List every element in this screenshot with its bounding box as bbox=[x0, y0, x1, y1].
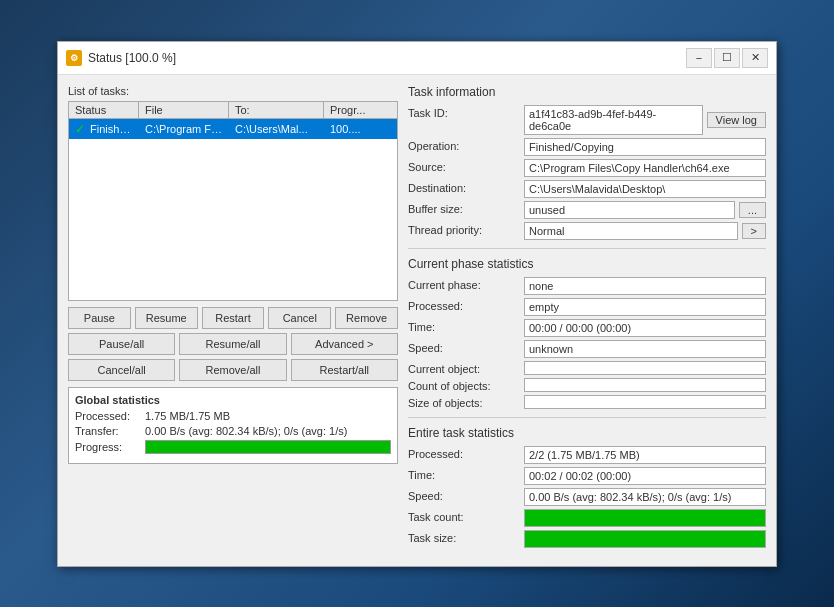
advanced-button[interactable]: Advanced > bbox=[291, 333, 398, 355]
remove-button[interactable]: Remove bbox=[335, 307, 398, 329]
buffer-btn[interactable]: ... bbox=[739, 202, 766, 218]
e-time-label: Time: bbox=[408, 467, 518, 485]
divider-2 bbox=[408, 417, 766, 418]
source-label: Source: bbox=[408, 159, 518, 177]
task-id-label: Task ID: bbox=[408, 105, 518, 135]
phase-speed-label: Speed: bbox=[408, 340, 518, 358]
task-info-section: Task information Task ID: a1f41c83-ad9b-… bbox=[408, 85, 766, 240]
e-task-size-bar bbox=[524, 530, 766, 548]
col-to: To: bbox=[229, 102, 324, 118]
resume-all-button[interactable]: Resume/all bbox=[179, 333, 286, 355]
e-task-count-label: Task count: bbox=[408, 509, 518, 527]
processed-label: Processed: bbox=[75, 410, 145, 422]
task-id-value: a1f41c83-ad9b-4fef-b449-de6ca0e bbox=[524, 105, 703, 135]
maximize-button[interactable]: ☐ bbox=[714, 48, 740, 68]
phase-stats-title: Current phase statistics bbox=[408, 257, 766, 271]
phase-stats-section: Current phase statistics Current phase: … bbox=[408, 257, 766, 409]
view-log-button[interactable]: View log bbox=[707, 112, 766, 128]
divider-1 bbox=[408, 248, 766, 249]
left-panel: List of tasks: Status File To: Progr... … bbox=[68, 85, 398, 556]
entire-stats-section: Entire task statistics Processed: 2/2 (1… bbox=[408, 426, 766, 548]
thread-value: Normal bbox=[524, 222, 738, 240]
titlebar: ⚙ Status [100.0 %] − ☐ ✕ bbox=[58, 42, 776, 75]
pause-all-button[interactable]: Pause/all bbox=[68, 333, 175, 355]
progress-row: Progress: bbox=[75, 440, 391, 454]
task-progress-val: 100.... bbox=[324, 120, 397, 138]
main-content: List of tasks: Status File To: Progr... … bbox=[58, 75, 776, 566]
e-speed-value: 0.00 B/s (avg: 802.34 kB/s); 0/s (avg: 1… bbox=[524, 488, 766, 506]
transfer-label: Transfer: bbox=[75, 425, 145, 437]
thread-container: Normal > bbox=[524, 222, 766, 240]
phase-speed-value: unknown bbox=[524, 340, 766, 358]
col-status: Status bbox=[69, 102, 139, 118]
buffer-label: Buffer size: bbox=[408, 201, 518, 219]
buffer-container: unused ... bbox=[524, 201, 766, 219]
current-object-value bbox=[524, 361, 766, 375]
minimize-button[interactable]: − bbox=[686, 48, 712, 68]
task-info-title: Task information bbox=[408, 85, 766, 99]
phase-time-label: Time: bbox=[408, 319, 518, 337]
resume-button[interactable]: Resume bbox=[135, 307, 198, 329]
btn-row-2: Pause/all Resume/all Advanced > bbox=[68, 333, 398, 355]
thread-btn[interactable]: > bbox=[742, 223, 766, 239]
transfer-value: 0.00 B/s (avg: 802.34 kB/s); 0/s (avg: 1… bbox=[145, 425, 391, 437]
main-window: ⚙ Status [100.0 %] − ☐ ✕ List of tasks: … bbox=[57, 41, 777, 567]
phase-processed-value: empty bbox=[524, 298, 766, 316]
task-file: C:\Program File... bbox=[139, 120, 229, 138]
current-object-label: Current object: bbox=[408, 361, 518, 375]
col-file: File bbox=[139, 102, 229, 118]
e-processed-label: Processed: bbox=[408, 446, 518, 464]
task-row[interactable]: ✓ Finished/C... C:\Program File... C:\Us… bbox=[69, 119, 397, 139]
phase-stats-grid: Current phase: none Processed: empty Tim… bbox=[408, 277, 766, 409]
check-icon: ✓ bbox=[75, 122, 85, 136]
cancel-all-button[interactable]: Cancel/all bbox=[68, 359, 175, 381]
app-icon: ⚙ bbox=[66, 50, 82, 66]
restart-button[interactable]: Restart bbox=[202, 307, 265, 329]
restart-all-button[interactable]: Restart/all bbox=[291, 359, 398, 381]
remove-all-button[interactable]: Remove/all bbox=[179, 359, 286, 381]
e-task-count-fill bbox=[525, 510, 765, 526]
entire-stats-grid: Processed: 2/2 (1.75 MB/1.75 MB) Time: 0… bbox=[408, 446, 766, 548]
progress-label: Progress: bbox=[75, 441, 145, 453]
right-panel: Task information Task ID: a1f41c83-ad9b-… bbox=[408, 85, 766, 556]
phase-processed-label: Processed: bbox=[408, 298, 518, 316]
current-phase-value: none bbox=[524, 277, 766, 295]
size-label: Size of objects: bbox=[408, 395, 518, 409]
close-button[interactable]: ✕ bbox=[742, 48, 768, 68]
progress-bar-fill bbox=[146, 441, 390, 453]
list-label: List of tasks: bbox=[68, 85, 398, 97]
operation-value: Finished/Copying bbox=[524, 138, 766, 156]
progress-bar bbox=[145, 440, 391, 454]
task-list-header: Status File To: Progr... bbox=[69, 102, 397, 119]
btn-row-1: Pause Resume Restart Cancel Remove bbox=[68, 307, 398, 329]
e-processed-value: 2/2 (1.75 MB/1.75 MB) bbox=[524, 446, 766, 464]
size-value bbox=[524, 395, 766, 409]
btn-row-3: Cancel/all Remove/all Restart/all bbox=[68, 359, 398, 381]
e-task-size-label: Task size: bbox=[408, 530, 518, 548]
titlebar-buttons: − ☐ ✕ bbox=[686, 48, 768, 68]
pause-button[interactable]: Pause bbox=[68, 307, 131, 329]
count-value bbox=[524, 378, 766, 392]
count-label: Count of objects: bbox=[408, 378, 518, 392]
entire-stats-title: Entire task statistics bbox=[408, 426, 766, 440]
e-task-count-bar bbox=[524, 509, 766, 527]
global-stats: Global statistics Processed: 1.75 MB/1.7… bbox=[68, 387, 398, 464]
processed-value: 1.75 MB/1.75 MB bbox=[145, 410, 391, 422]
processed-row: Processed: 1.75 MB/1.75 MB bbox=[75, 410, 391, 422]
e-speed-label: Speed: bbox=[408, 488, 518, 506]
destination-value: C:\Users\Malavida\Desktop\ bbox=[524, 180, 766, 198]
thread-label: Thread priority: bbox=[408, 222, 518, 240]
window-title: Status [100.0 %] bbox=[88, 51, 686, 65]
buffer-value: unused bbox=[524, 201, 735, 219]
task-status: ✓ Finished/C... bbox=[69, 119, 139, 139]
task-info-grid: Task ID: a1f41c83-ad9b-4fef-b449-de6ca0e… bbox=[408, 105, 766, 240]
task-list-container: Status File To: Progr... ✓ Finished/C...… bbox=[68, 101, 398, 301]
cancel-button[interactable]: Cancel bbox=[268, 307, 331, 329]
e-time-value: 00:02 / 00:02 (00:00) bbox=[524, 467, 766, 485]
global-stats-title: Global statistics bbox=[75, 394, 391, 406]
col-progress: Progr... bbox=[324, 102, 397, 118]
e-task-size-fill bbox=[525, 531, 765, 547]
task-id-container: a1f41c83-ad9b-4fef-b449-de6ca0e View log bbox=[524, 105, 766, 135]
source-value: C:\Program Files\Copy Handler\ch64.exe bbox=[524, 159, 766, 177]
destination-label: Destination: bbox=[408, 180, 518, 198]
